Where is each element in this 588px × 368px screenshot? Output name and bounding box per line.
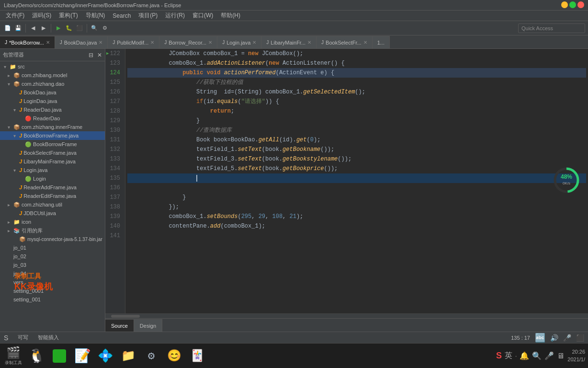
tree-item-bookdao[interactable]: J BookDao.java bbox=[0, 88, 105, 97]
tree-icon-libs: 📚 bbox=[13, 228, 20, 234]
tree-item-setting0001[interactable]: setting_0001 bbox=[0, 287, 105, 295]
tree-item-bookselectframe[interactable]: J BookSelectFrame.java bbox=[0, 149, 105, 157]
menu-nav[interactable]: 导航(N) bbox=[82, 11, 109, 21]
tree-item-readeraddframe[interactable]: J ReaderAddFrame.java bbox=[0, 183, 105, 192]
tree-item-vers[interactable]: vers bbox=[0, 278, 105, 287]
tab-close-2[interactable]: ✕ bbox=[150, 40, 154, 45]
toolbar-btn-search[interactable]: 🔍 bbox=[90, 23, 99, 33]
taskbar-btn-folder[interactable]: 📁 bbox=[118, 345, 139, 367]
tree-item-readerdao[interactable]: ▾ J ReaderDao.java bbox=[0, 105, 105, 114]
tree-item-jdbcutil[interactable]: J JDBCUtil.java bbox=[0, 209, 105, 218]
taskbar-btn-penguin[interactable]: 🐧 bbox=[26, 345, 47, 367]
tab-close-5[interactable]: ✕ bbox=[307, 40, 311, 45]
sidebar-close[interactable]: ✕ bbox=[97, 52, 102, 58]
maximize-button[interactable] bbox=[569, 1, 576, 8]
minimize-button[interactable] bbox=[561, 1, 568, 8]
editor-tab-bookborrow[interactable]: J *BookBorrow... ✕ bbox=[0, 36, 55, 48]
tab-source[interactable]: Source bbox=[105, 319, 134, 332]
menu-run[interactable]: 运行(R) bbox=[161, 11, 189, 21]
editor-tab-borrowrecor[interactable]: J Borrow_Recor... ✕ bbox=[159, 36, 217, 48]
tree-item-dao[interactable]: ▾ 📦 com.zhizhang.dao bbox=[0, 80, 105, 88]
toolbar-btn-debug[interactable]: 🐛 bbox=[64, 23, 74, 33]
taskbar-btn-face[interactable]: 😊 bbox=[164, 345, 185, 367]
close-button[interactable] bbox=[577, 1, 584, 8]
tree-item-model[interactable]: ▸ 📦 com.zhibang.model bbox=[0, 71, 105, 80]
code-line-137: } bbox=[127, 193, 586, 202]
menu-search[interactable]: Search bbox=[109, 12, 135, 20]
tree-item-src[interactable]: ▾ 📁 src bbox=[0, 62, 105, 71]
sidebar-minimize[interactable]: ⊟ bbox=[89, 52, 93, 58]
tab-design-label: Design bbox=[140, 323, 156, 329]
toolbar-separator-3 bbox=[87, 24, 87, 33]
tree-item-setting001[interactable]: setting_001 bbox=[0, 295, 105, 304]
quick-access-bar[interactable]: Quick Access bbox=[518, 23, 585, 33]
toolbar-btn-stop[interactable]: ⬛ bbox=[75, 23, 84, 33]
tree-item-util[interactable]: ▸ 📦 com.zhizhang.util bbox=[0, 200, 105, 209]
taskbar-btn-record[interactable]: 🎬 录制工具 bbox=[3, 345, 24, 367]
tray-vol[interactable]: 🔔 bbox=[520, 351, 529, 360]
toolbar-btn-back[interactable]: ◀ bbox=[28, 23, 38, 33]
tree-item-jo03[interactable]: jo_03 bbox=[0, 261, 105, 269]
horizontal-scrollbar[interactable] bbox=[105, 313, 588, 318]
tree-item-login[interactable]: ▾ J Login.java bbox=[0, 166, 105, 174]
tree-item-libarymainframe[interactable]: J LibaryMainFrame.java bbox=[0, 157, 105, 166]
tab-design[interactable]: Design bbox=[134, 319, 162, 332]
tree-item-jo04[interactable]: jo_04 bbox=[0, 269, 105, 278]
tree-item-jo01[interactable]: jo_01 bbox=[0, 243, 105, 252]
taskbar-btn-settings[interactable]: ⚙️ bbox=[141, 345, 162, 367]
toolbar-btn-run[interactable]: ▶ bbox=[54, 23, 63, 33]
tree-item-icon[interactable]: ▸ 📁 icon bbox=[0, 218, 105, 226]
tab-icon-6: J bbox=[321, 40, 324, 45]
tree-icon-innerframe: 📦 bbox=[13, 124, 20, 130]
toolbar-btn-save[interactable]: 💾 bbox=[13, 23, 23, 33]
toolbar-btn-forward[interactable]: ▶ bbox=[39, 23, 48, 33]
taskbar-btn-blue[interactable]: 💠 bbox=[95, 345, 116, 367]
tray-mic2[interactable]: 🎤 bbox=[544, 351, 554, 360]
hscroll-thumb[interactable] bbox=[111, 315, 140, 318]
tree-arrow-src: ▾ bbox=[4, 64, 9, 69]
menu-window[interactable]: 窗口(W) bbox=[189, 11, 217, 21]
editor-tab-more[interactable]: 1... bbox=[373, 36, 390, 48]
editor-tab-publicmodif[interactable]: J PublicModif... ✕ bbox=[108, 36, 159, 48]
menu-help[interactable]: 帮助(H) bbox=[217, 11, 244, 21]
tree-item-jo02[interactable]: jo_02 bbox=[0, 252, 105, 261]
tree-item-libs[interactable]: ▸ 📚 引用的库 bbox=[0, 226, 105, 235]
toolbar-btn-settings[interactable]: ⚙ bbox=[100, 23, 110, 33]
menu-source[interactable]: 源码(S) bbox=[28, 11, 55, 21]
tree-label-raf: ReaderAddFrame.java bbox=[23, 184, 77, 190]
tab-close-6[interactable]: ✕ bbox=[363, 40, 367, 45]
tree-item-logindao[interactable]: J LoginDao.java bbox=[0, 97, 105, 105]
taskbar-btn-game[interactable]: 🃏 bbox=[187, 345, 208, 367]
tree-item-bookborrowframe-class[interactable]: 🟢 BookBorrowFrame bbox=[0, 140, 105, 149]
tree-item-login-class[interactable]: 🟢 Login bbox=[0, 174, 105, 183]
editor-tab-libarymain[interactable]: J LibaryMainFr... ✕ bbox=[261, 36, 317, 48]
tree-item-bookborrowframe[interactable]: ▾ J BookBorrowFrame.java bbox=[0, 131, 105, 140]
taskbar-btn-green[interactable]: H bbox=[49, 345, 70, 367]
tab-close-4[interactable]: ✕ bbox=[252, 40, 256, 45]
tree-item-reditframe[interactable]: J ReaderEditFrame.java bbox=[0, 192, 105, 200]
tab-close-0[interactable]: ✕ bbox=[46, 40, 50, 45]
editor-tab-bookselect[interactable]: J BookSelectFr... ✕ bbox=[317, 36, 373, 48]
menu-file[interactable]: 文件(F) bbox=[2, 11, 28, 21]
editor-tab-login[interactable]: J Login.java ✕ bbox=[217, 36, 261, 48]
editor-tab-bookdao[interactable]: J BookDao.java ✕ bbox=[55, 36, 108, 48]
menu-refactor[interactable]: 重构(T) bbox=[55, 11, 81, 21]
tree-item-mysql[interactable]: 📦 mysql-connector-java-5.1.37-bin.jar bbox=[0, 235, 105, 243]
toolbar-btn-new[interactable]: 📄 bbox=[3, 23, 12, 33]
code-editor[interactable]: JComboBox comboBox_1 = new JComboBox(); … bbox=[125, 49, 588, 313]
tab-icon-4: J bbox=[222, 40, 225, 45]
menu-project[interactable]: 项目(P) bbox=[135, 11, 161, 21]
line-num-134: 134 bbox=[105, 164, 122, 173]
tree-item-readerdao-class[interactable]: 🔴 ReaderDao bbox=[0, 114, 105, 123]
editor-tabs: J *BookBorrow... ✕ J BookDao.java ✕ J Pu… bbox=[0, 35, 588, 49]
tab-close-3[interactable]: ✕ bbox=[208, 40, 212, 45]
tree-icon-bbc: 🟢 bbox=[25, 141, 32, 148]
tab-close-1[interactable]: ✕ bbox=[99, 40, 102, 45]
tray-ime[interactable]: S bbox=[496, 351, 502, 361]
tray-search[interactable]: 🔍 bbox=[532, 351, 542, 360]
tray-monitor[interactable]: 🖥 bbox=[557, 352, 565, 360]
tray-dot1[interactable]: · bbox=[515, 353, 517, 359]
tray-lang[interactable]: 英 bbox=[505, 351, 512, 361]
taskbar-btn-word[interactable]: 📝 bbox=[72, 345, 93, 367]
tree-item-innerframe[interactable]: ▾ 📦 com.zhizhang.innerFrame bbox=[0, 123, 105, 131]
